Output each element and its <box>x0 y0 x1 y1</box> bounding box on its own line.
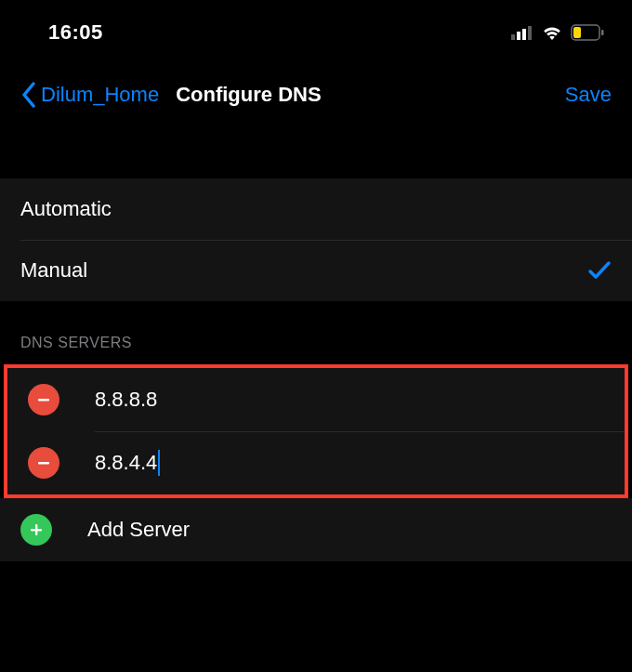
svg-rect-7 <box>38 399 49 401</box>
dns-server-value: 8.8.4.4 <box>95 451 157 475</box>
status-icons <box>511 24 604 41</box>
nav-bar: Dilum_Home Configure DNS Save <box>0 56 632 128</box>
dns-server-field[interactable]: 8.8.4.4 <box>95 450 160 476</box>
text-cursor <box>158 450 160 476</box>
plus-icon <box>29 522 44 537</box>
svg-rect-10 <box>31 529 42 531</box>
chevron-left-icon <box>20 82 37 108</box>
dns-server-row[interactable]: 8.8.8.8 <box>7 368 625 431</box>
add-server-button[interactable] <box>20 514 52 546</box>
svg-rect-6 <box>573 27 581 38</box>
mode-label: Manual <box>20 258 87 283</box>
svg-rect-2 <box>522 29 526 40</box>
save-button[interactable]: Save <box>565 83 612 107</box>
remove-server-button[interactable] <box>28 384 59 415</box>
add-server-row[interactable]: Add Server <box>0 498 632 561</box>
minus-icon <box>36 455 51 470</box>
mode-option-automatic[interactable]: Automatic <box>0 178 632 240</box>
svg-rect-3 <box>528 26 532 40</box>
svg-rect-0 <box>511 34 515 40</box>
status-bar: 16:05 <box>0 0 632 56</box>
back-button[interactable]: Dilum_Home <box>20 82 159 108</box>
mode-option-manual[interactable]: Manual <box>0 240 632 301</box>
cellular-icon <box>511 25 533 40</box>
back-label: Dilum_Home <box>41 83 159 107</box>
checkmark-icon <box>587 259 612 282</box>
wifi-icon <box>541 24 563 41</box>
minus-icon <box>36 392 51 407</box>
svg-rect-5 <box>601 30 604 35</box>
dns-server-row[interactable]: 8.8.4.4 <box>7 431 625 494</box>
dns-server-value: 8.8.8.8 <box>95 388 157 412</box>
add-server-list: Add Server <box>0 498 632 561</box>
annotation-highlight: 8.8.8.8 8.8.4.4 <box>4 364 628 498</box>
dns-server-field[interactable]: 8.8.8.8 <box>95 388 157 412</box>
svg-rect-8 <box>38 462 49 464</box>
mode-label: Automatic <box>20 197 112 221</box>
page-title: Configure DNS <box>176 83 321 107</box>
status-time: 16:05 <box>48 20 103 45</box>
remove-server-button[interactable] <box>28 447 59 479</box>
dns-servers-list: 8.8.8.8 8.8.4.4 <box>7 368 625 494</box>
dns-mode-list: Automatic Manual <box>0 178 632 301</box>
dns-servers-header: DNS SERVERS <box>0 301 632 364</box>
battery-icon <box>571 24 604 41</box>
add-server-label: Add Server <box>87 518 190 542</box>
svg-rect-1 <box>517 32 520 40</box>
